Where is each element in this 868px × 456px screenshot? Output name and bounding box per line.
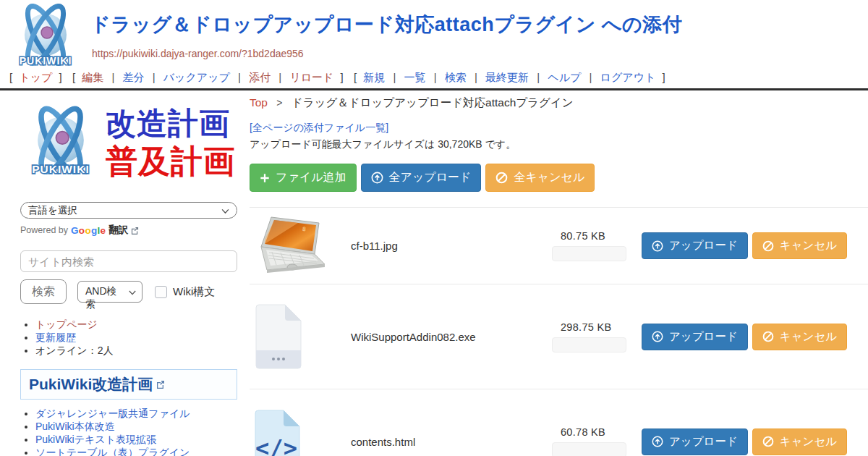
file-actions: アップロード キャンセル	[642, 428, 847, 455]
code-file-icon: </>	[255, 410, 301, 456]
file-actions: アップロード キャンセル	[642, 324, 847, 350]
cancel-button[interactable]: キャンセル	[752, 324, 847, 350]
list-item: 更新履歴	[35, 332, 239, 344]
file-thumbnail-cell: </>	[250, 410, 345, 456]
nav-item-backup[interactable]: バックアップ	[163, 71, 230, 83]
sidebar-logo[interactable]: PUKIWIKI 改造計画 普及計画	[20, 100, 239, 185]
pipe-separator: |	[393, 71, 396, 83]
sidebar-item-core-mod[interactable]: PukiWiki本体改造	[35, 421, 115, 432]
file-size-cell: 298.75 KB	[552, 321, 630, 352]
list-item: ダジャレンジャー版共通ファイル	[35, 408, 239, 420]
nav-item-diff[interactable]: 差分	[123, 71, 145, 83]
bracket: [	[72, 71, 75, 83]
pipe-separator: |	[153, 71, 156, 83]
language-select[interactable]: 言語を選択	[20, 202, 237, 219]
upload-all-button[interactable]: 全アップロード	[361, 164, 482, 192]
breadcrumb-current-page: ドラッグ＆ドロップアップロード対応attachプラグイン	[292, 96, 574, 109]
atom-logo-icon: PUKIWIKI	[20, 105, 101, 180]
logo-wordmark: PUKIWIKI	[32, 163, 90, 175]
sidebar-item-toppage[interactable]: トップページ	[35, 318, 98, 330]
nav-item-search[interactable]: 検索	[445, 71, 467, 83]
nav-item-reload[interactable]: リロード	[289, 71, 333, 83]
breadcrumb-root[interactable]: Top	[250, 96, 268, 109]
main-content: Top > ドラッグ＆ドロップアップロード対応attachプラグイン [全ページ…	[250, 96, 868, 456]
upload-button[interactable]: アップロード	[642, 428, 748, 455]
cancel-button[interactable]: キャンセル	[752, 428, 847, 455]
external-link-icon	[131, 227, 139, 235]
search-button[interactable]: 検索	[20, 279, 67, 304]
pipe-separator: |	[537, 71, 540, 83]
chevron-down-icon	[221, 205, 229, 216]
google-logo: Google	[71, 225, 106, 236]
sidebar-top-links: トップページ 更新履歴 オンライン：2人	[20, 319, 239, 357]
pipe-separator: |	[590, 71, 592, 83]
upload-file-list: 8 cf-b11.jpg 80.75 KB	[250, 207, 868, 456]
cancel-all-button[interactable]: 全キャンセル	[485, 164, 595, 192]
nav-item-new[interactable]: 新規	[363, 71, 385, 83]
file-row: </> contents.html 60.78 KB アップロード	[250, 389, 868, 456]
upload-circle-icon	[652, 436, 663, 447]
nav-item-attach[interactable]: 添付	[249, 71, 271, 83]
section-title: PukiWiki改造計画	[29, 374, 153, 394]
nav-item-recent[interactable]: 最終更新	[485, 71, 529, 83]
list-item: PukiWiki本体改造	[35, 421, 239, 433]
bracket: ]	[663, 71, 665, 83]
powered-by-label: Powered by	[20, 225, 68, 235]
nav-item-list[interactable]: 一覧	[404, 71, 426, 83]
list-item: オンライン：2人	[35, 345, 239, 357]
wiki-syntax-label: Wiki構文	[173, 285, 215, 299]
pukiwiki-logo[interactable]: PUKIWIKI	[9, 4, 82, 73]
page-url-link[interactable]: https://pukiwiki.dajya-ranger.com/?1bd2d…	[92, 48, 304, 59]
bracket: ]	[59, 71, 62, 83]
page: PUKIWIKI ドラッグ＆ドロップアップロード対応attachプラグイン への…	[0, 0, 868, 456]
file-name: WikiSupportAddin082.exe	[345, 331, 552, 343]
upload-progress-bar	[552, 246, 626, 261]
wiki-syntax-checkbox[interactable]	[155, 286, 167, 298]
sidebar-item-recent-changes[interactable]: 更新履歴	[35, 332, 76, 343]
pipe-separator: |	[434, 71, 437, 83]
cancel-button[interactable]: キャンセル	[752, 232, 847, 259]
file-size-cell: 80.75 KB	[552, 230, 630, 261]
add-files-button[interactable]: ファイル追加	[250, 164, 357, 192]
nav-item-logout[interactable]: ログアウト	[600, 71, 656, 83]
all-attachments-link[interactable]: [全ページの添付ファイル一覧]	[250, 122, 388, 135]
upload-button[interactable]: アップロード	[642, 232, 748, 259]
list-item: ソートテーブル（表）プラグイン	[35, 447, 239, 456]
nav-item-top[interactable]: トップ	[19, 71, 52, 83]
breadcrumb-separator: >	[276, 97, 282, 109]
upload-progress-bar	[552, 442, 626, 456]
online-count: オンライン：2人	[35, 345, 113, 356]
ban-icon	[762, 436, 774, 447]
bracket: [	[9, 71, 12, 83]
page-title: ドラッグ＆ドロップアップロード対応attachプラグイン への添付	[90, 12, 682, 38]
nav-item-help[interactable]: ヘルプ	[548, 71, 581, 83]
sidebar-main-links: ダジャレンジャー版共通ファイル PukiWiki本体改造 PukiWikiテキス…	[20, 408, 239, 456]
sidebar: PUKIWIKI 改造計画 普及計画 言語を選択 Powered by Goog…	[20, 100, 239, 456]
file-size: 298.75 KB	[552, 321, 630, 333]
sidebar-item-common-files[interactable]: ダジャレンジャー版共通ファイル	[35, 408, 190, 419]
and-search-select[interactable]: AND検索	[77, 281, 142, 303]
bracket: [	[354, 71, 357, 83]
powered-by-google: Powered by Google 翻訳	[20, 224, 239, 237]
external-link-icon	[156, 380, 165, 389]
site-search-input[interactable]	[20, 250, 237, 272]
sidebar-item-sort-table[interactable]: ソートテーブル（表）プラグイン	[35, 447, 190, 456]
nav-item-edit[interactable]: 編集	[82, 71, 103, 83]
file-actions: アップロード キャンセル	[642, 232, 847, 259]
translate-link[interactable]: 翻訳	[109, 224, 128, 237]
breadcrumb: Top > ドラッグ＆ドロップアップロード対応attachプラグイン	[250, 96, 868, 111]
chevron-down-icon	[129, 286, 136, 297]
ban-icon	[495, 172, 508, 184]
upload-circle-icon	[371, 172, 383, 184]
atom-logo-icon: PUKIWIKI	[9, 4, 82, 70]
file-row: 8 cf-b11.jpg 80.75 KB	[250, 207, 868, 284]
upload-button[interactable]: アップロード	[642, 324, 748, 350]
list-item: PukiWikiテキスト表現拡張	[35, 434, 239, 446]
sidebar-section-heading[interactable]: PukiWiki改造計画	[20, 369, 237, 400]
file-thumbnail-cell	[250, 304, 345, 369]
svg-text:</>: </>	[255, 434, 297, 456]
pipe-separator: |	[238, 71, 241, 83]
sidebar-item-text-extension[interactable]: PukiWikiテキスト表現拡張	[35, 434, 156, 445]
search-controls: 検索 AND検索 Wiki構文	[20, 279, 239, 304]
plus-icon	[260, 173, 270, 183]
